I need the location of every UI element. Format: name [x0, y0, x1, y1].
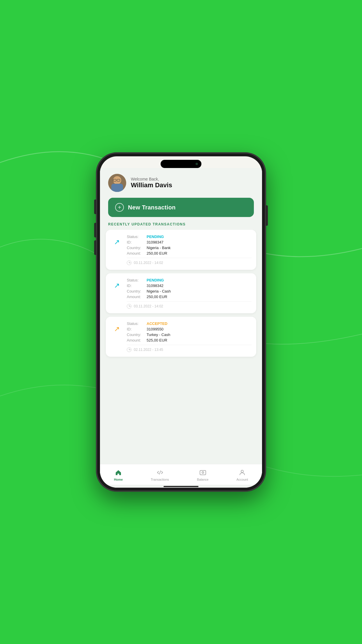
avatar [108, 174, 126, 192]
dynamic-island [161, 160, 201, 168]
transaction-details: Status: ACCEPTED ID: 31099550 Country: T… [127, 321, 252, 352]
welcome-label: Welcome Back, [131, 177, 172, 181]
id-label: ID: [127, 240, 147, 244]
header-section: Welcome Back, William Davis [100, 168, 262, 197]
amount-value: 250,00 EUR [147, 251, 167, 256]
amount-row: Amount: 525,00 EUR [127, 338, 252, 342]
nav-account-label: Account [236, 478, 248, 481]
table-row[interactable]: ↗ Status: ACCEPTED ID: 31099550 [106, 317, 256, 357]
clock-icon [127, 347, 131, 352]
plus-icon: + [118, 204, 121, 210]
phone-device: Welcome Back, William Davis + New Transa… [96, 153, 266, 491]
arrow-up-right-icon: ↗ [114, 281, 120, 290]
nav-item-balance[interactable]: Balance [192, 467, 213, 482]
amount-value: 250,00 EUR [147, 295, 167, 299]
timestamp: 03.11.2022 - 14:02 [134, 261, 163, 265]
new-transaction-label: New Transaction [128, 204, 175, 211]
id-value: 31098342 [147, 284, 164, 288]
avatar-glasses [113, 179, 121, 181]
svg-rect-0 [200, 470, 206, 475]
clock-icon [127, 260, 131, 265]
id-label: ID: [127, 327, 147, 331]
id-row: ID: 31098342 [127, 284, 252, 288]
bottom-navigation: Home Transactions [100, 464, 262, 485]
country-label: Country: [127, 332, 147, 337]
country-value: Turkey - Cash [147, 332, 170, 337]
screen-content: Welcome Back, William Davis + New Transa… [100, 168, 262, 488]
id-row: ID: 31098347 [127, 240, 252, 244]
amount-row: Amount: 250,00 EUR [127, 251, 252, 256]
country-value: Nigeria - Cash [147, 289, 171, 293]
nav-item-account[interactable]: Account [232, 467, 253, 482]
status-badge: PENDING [147, 278, 164, 282]
transactions-list: ↗ Status: PENDING ID: 31098347 [100, 230, 262, 464]
home-icon [114, 468, 122, 477]
nav-item-transactions[interactable]: Transactions [146, 467, 174, 482]
phone-frame: Welcome Back, William Davis + New Transa… [96, 153, 266, 491]
transaction-details: Status: PENDING ID: 31098347 Country: Ni… [127, 235, 252, 265]
country-row: Country: Nigeria - Cash [127, 289, 252, 293]
country-row: Country: Nigeria - Bank [127, 246, 252, 250]
phone-screen: Welcome Back, William Davis + New Transa… [100, 156, 262, 488]
account-icon [238, 468, 246, 477]
avatar-body [111, 184, 123, 192]
country-row: Country: Turkey - Cash [127, 332, 252, 337]
arrow-up-right-icon: ↗ [114, 238, 120, 246]
transaction-footer: 02.11.2022 - 13:45 [127, 345, 252, 352]
status-label: Status: [127, 235, 147, 239]
timestamp: 02.11.2022 - 13:45 [134, 348, 163, 352]
table-row[interactable]: ↗ Status: PENDING ID: 31098342 [106, 273, 256, 313]
timestamp: 03.11.2022 - 14:02 [134, 304, 163, 308]
status-row: Status: ACCEPTED [127, 321, 252, 326]
avatar-figure [110, 176, 124, 192]
status-label: Status: [127, 321, 147, 326]
status-badge: PENDING [147, 235, 164, 239]
amount-label: Amount: [127, 338, 147, 342]
transaction-arrow-icon: ↗ [110, 236, 123, 249]
id-label: ID: [127, 284, 147, 288]
plus-circle-icon: + [115, 203, 124, 212]
nav-transactions-label: Transactions [151, 478, 169, 481]
status-row: Status: PENDING [127, 235, 252, 239]
country-label: Country: [127, 246, 147, 250]
country-label: Country: [127, 289, 147, 293]
nav-home-label: Home [114, 478, 123, 481]
status-row: Status: PENDING [127, 278, 252, 282]
amount-value: 525,00 EUR [147, 338, 167, 342]
table-row[interactable]: ↗ Status: PENDING ID: 31098347 [106, 230, 256, 270]
transaction-arrow-icon: ↗ [110, 323, 123, 335]
user-name: William Davis [131, 181, 172, 189]
transaction-details: Status: PENDING ID: 31098342 Country: Ni… [127, 278, 252, 309]
amount-label: Amount: [127, 295, 147, 299]
id-value: 31099550 [147, 327, 164, 331]
id-row: ID: 31099550 [127, 327, 252, 331]
transaction-footer: 03.11.2022 - 14:02 [127, 301, 252, 309]
section-title: RECENTLY UPDATED TRANSACTIONS [100, 222, 262, 230]
header-text: Welcome Back, William Davis [131, 177, 172, 189]
transaction-footer: 03.11.2022 - 14:02 [127, 258, 252, 265]
clock-icon [127, 304, 131, 309]
front-camera [196, 163, 198, 165]
country-value: Nigeria - Bank [147, 246, 171, 250]
status-badge: ACCEPTED [147, 321, 168, 326]
nav-item-home[interactable]: Home [109, 467, 128, 482]
amount-label: Amount: [127, 251, 147, 256]
transactions-icon [156, 468, 164, 477]
home-indicator [164, 486, 198, 487]
new-transaction-button[interactable]: + New Transaction [108, 198, 254, 217]
arrow-up-right-icon: ↗ [114, 325, 120, 333]
status-label: Status: [127, 278, 147, 282]
nav-balance-label: Balance [197, 478, 209, 481]
svg-point-1 [241, 470, 243, 473]
id-value: 31098347 [147, 240, 164, 244]
balance-icon [199, 468, 207, 477]
transaction-arrow-icon: ↗ [110, 279, 123, 292]
amount-row: Amount: 250,00 EUR [127, 295, 252, 299]
